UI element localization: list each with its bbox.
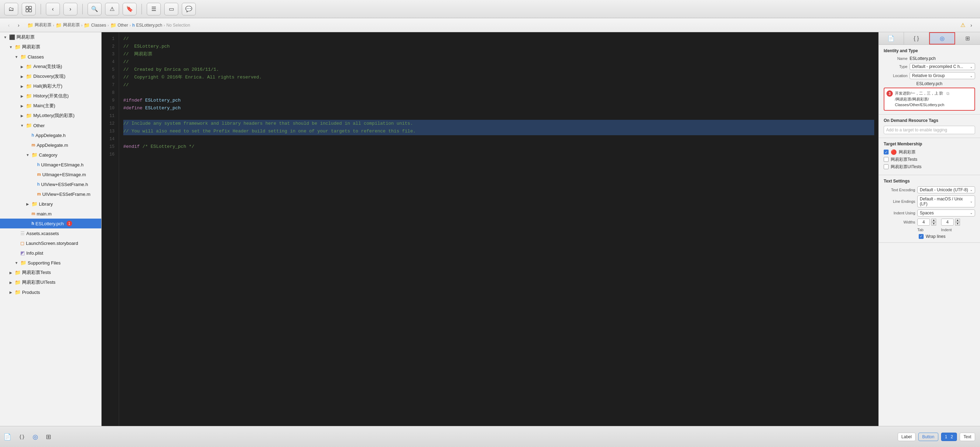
sidebar-item-uiimage-h[interactable]: ▶ h UIImage+ESImage.h [0, 160, 101, 170]
toggle-main: ▶ [20, 103, 24, 108]
bubble-btn[interactable]: 💬 [182, 3, 196, 16]
editor[interactable]: 1 2 3 4 5 6 7 8 9 10 11 12 13 14 15 16 /… [102, 32, 878, 426]
sidebar-item-classes[interactable]: ▼ 📁 Classes [0, 52, 101, 62]
ln-6: 6 [104, 73, 115, 81]
back-btn[interactable]: ‹ [46, 3, 60, 16]
sidebar-item-uitests[interactable]: ▶ 📁 网易彩票UITests [0, 277, 101, 287]
sidebar-item-library[interactable]: ▶ 📁 Library [0, 199, 101, 209]
target-row-2: 网易彩票Tests [884, 157, 975, 162]
breadcrumb-label-4: ESLottery.pch [136, 23, 162, 28]
sidebar-item-root[interactable]: ▼ ⬛ 网易彩票 [0, 32, 101, 42]
sidebar-item-uiview-h[interactable]: ▶ h UIView+ESSetFrame.h [0, 179, 101, 189]
tab-value-input[interactable]: 4 [917, 219, 930, 226]
location-select[interactable]: Relative to Group ⌄ [910, 72, 975, 79]
breadcrumb-item-5[interactable]: No Selection [166, 23, 190, 28]
button-btn[interactable]: Button [918, 433, 938, 441]
sidebar-item-main[interactable]: ▶ 📁 Main(主要) [0, 101, 101, 111]
grid-btn[interactable] [22, 3, 36, 16]
sidebar-label-uiimage-h: UIImage+ESImage.h [41, 162, 83, 167]
indent-value-input[interactable]: 4 [941, 219, 954, 226]
name-row: Name ESLottery.pch [884, 56, 975, 61]
sidebar-item-appdelegate-h[interactable]: ▶ h AppDelegate.h [0, 130, 101, 140]
rph-tab-circle[interactable]: ◎ [929, 32, 956, 45]
bottom-tab-grid[interactable]: ⊞ [42, 431, 55, 443]
rect-btn[interactable]: ▭ [164, 3, 178, 16]
breadcrumb-label-1: 网易彩票 [63, 22, 80, 28]
sidebar-label-main-m: main.m [37, 211, 52, 216]
toggle-classes: ▼ [14, 54, 19, 59]
nav-back-btn[interactable]: ‹ [4, 21, 13, 30]
code-line-4: // [123, 58, 874, 66]
checkbox-target-1[interactable]: ✓ [884, 150, 889, 154]
sidebar-label-uiimage-m: UIImage+ESImage.m [42, 172, 86, 177]
search-btn[interactable]: 🔍 [88, 3, 102, 16]
segmented-btn[interactable]: 1 2 [941, 433, 957, 441]
bottom-tab-file[interactable]: 📄 [0, 431, 15, 443]
code-area[interactable]: // // ESLottery.pch // 网易彩票 // // Create… [119, 32, 878, 426]
nav-forward-btn[interactable]: › [14, 21, 23, 30]
text-btn[interactable]: Text [960, 433, 975, 441]
checkbox-target-3[interactable] [884, 164, 889, 169]
sidebar-item-info[interactable]: ▶ ◩ Info.plist [0, 248, 101, 258]
indent-up-btn[interactable]: ▲ [955, 219, 960, 222]
sidebar-item-tests[interactable]: ▶ 📁 网易彩票Tests [0, 268, 101, 277]
breadcrumb-item-1[interactable]: 📁 网易彩票 [56, 22, 80, 28]
bottom-tab-circle[interactable]: ◎ [29, 431, 42, 443]
sidebar-item-mylottery[interactable]: ▶ 📁 MyLottery(我的彩票) [0, 111, 101, 121]
sidebar-item-discovery[interactable]: ▶ 📁 Discovery(发现) [0, 72, 101, 81]
tag-btn[interactable]: 🔖 [123, 3, 137, 16]
sidebar-label-other: Other [33, 123, 45, 128]
sidebar-item-products[interactable]: ▶ 📁 Products [0, 287, 101, 297]
breadcrumb-item-2[interactable]: 📁 Classes [84, 22, 106, 28]
breadcrumb-label-2: Classes [91, 23, 106, 28]
location-row: Location Relative to Group ⌄ [884, 72, 975, 79]
type-select[interactable]: Default - precompiled C h... ⌄ [910, 63, 975, 70]
sidebar-item-main-m[interactable]: ▶ m main.m [0, 209, 101, 219]
line-endings-select[interactable]: Default - macOS / Unix (LF) ⌄ [917, 196, 975, 207]
sidebar-item-appdelegate-m[interactable]: ▶ m AppDelegate.m [0, 140, 101, 150]
line-endings-label: Line Endings [884, 199, 915, 204]
breadcrumb-item-3[interactable]: 📁 Other [110, 22, 128, 28]
ln-9: 9 [104, 97, 115, 104]
breadcrumb-sep-3: › [130, 23, 131, 27]
sidebar-item-hall[interactable]: ▶ 📁 Hall(购彩大厅) [0, 81, 101, 91]
sidebar-item-eslottery[interactable]: ▶ h ESLottery.pch 1 [0, 219, 101, 228]
tag-input[interactable]: Add to a target to enable tagging [884, 126, 975, 134]
code-line-12: // Include any system framework and libr… [123, 120, 874, 127]
fullpath-copy-icon[interactable]: ⧉ [947, 91, 950, 97]
checkbox-target-2[interactable] [884, 157, 889, 162]
forward-btn[interactable]: › [64, 3, 77, 16]
sidebar-item-arena[interactable]: ▶ 📁 Arena(竞技场) [0, 62, 101, 72]
rph-tab-grid[interactable]: ⊞ [955, 32, 980, 45]
name-label: Name [884, 56, 907, 60]
sidebar-item-uiview-m[interactable]: ▶ m UIView+ESSetFrame.m [0, 189, 101, 199]
indent-down-btn[interactable]: ▼ [955, 222, 960, 226]
sidebar-item-assets[interactable]: ▶ ☰ Assets.xcassets [0, 228, 101, 238]
sidebar-item-net1[interactable]: ▼ 📁 网易彩票 [0, 42, 101, 52]
sidebar-item-launchscreen[interactable]: ▶ ◻ LaunchScreen.storyboard [0, 238, 101, 248]
wrap-lines-checkbox[interactable]: ✓ [919, 234, 924, 239]
sidebar-item-other[interactable]: ▼ 📁 Other [0, 121, 101, 130]
bottom-tab-curly[interactable]: {} [16, 431, 29, 443]
toggle-root: ▼ [3, 35, 8, 40]
label-btn[interactable]: Label [898, 433, 916, 441]
breadcrumb-item-4[interactable]: h ESLottery.pch [132, 23, 162, 28]
tab-down-btn[interactable]: ▼ [931, 222, 936, 226]
sidebar-item-history[interactable]: ▶ 📁 History(开奖信息) [0, 91, 101, 101]
indent-using-select[interactable]: Spaces ⌄ [917, 210, 975, 216]
breadcrumb-file-icon-4: h [132, 23, 135, 28]
sidebar-item-supporting[interactable]: ▼ 📁 Supporting Files [0, 258, 101, 268]
rph-tab-file[interactable]: 📄 [879, 32, 904, 45]
folder-btn[interactable]: 🗂 [4, 3, 18, 16]
tab-up-btn[interactable]: ▲ [931, 219, 936, 222]
rph-tab-curly[interactable]: { } [904, 32, 929, 45]
text-encoding-select[interactable]: Default - Unicode (UTF-8) ⌄ [917, 186, 975, 193]
breadcrumb-item-0[interactable]: 📁 网易彩票 [27, 22, 51, 28]
warning-btn[interactable]: ⚠ [105, 3, 119, 16]
list-btn[interactable]: ☰ [147, 3, 161, 16]
on-demand-section: On Demand Resource Tags Add to a target … [879, 115, 980, 138]
indent-spinner-btns: ▲ ▼ [955, 219, 960, 226]
sidebar-item-uiimage-m[interactable]: ▶ m UIImage+ESImage.m [0, 170, 101, 179]
breadcrumb-fwd-btn[interactable]: › [967, 21, 976, 30]
sidebar-item-category[interactable]: ▼ 📁 Category [0, 150, 101, 160]
